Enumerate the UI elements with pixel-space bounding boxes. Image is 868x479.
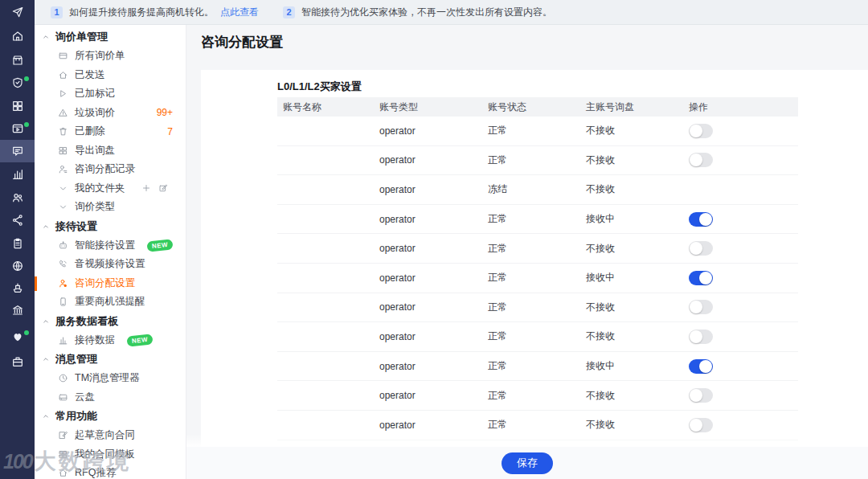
rail-home-icon[interactable] <box>0 25 35 47</box>
rail-chat-icon[interactable] <box>0 140 35 162</box>
rail-users-icon[interactable] <box>0 186 35 209</box>
sidebar-item-label: 询价类型 <box>75 200 115 214</box>
sidebar-item[interactable]: 所有询价单 <box>35 47 186 66</box>
sidebar-item-label: 云盘 <box>75 391 95 404</box>
sidebar-item-label: 接待数据 <box>75 334 115 347</box>
sidebar-item[interactable]: 咨询分配记录 <box>35 160 186 179</box>
new-badge: NEW <box>146 239 173 252</box>
cell-status: 正常 <box>482 154 580 167</box>
rail-chart-icon[interactable] <box>0 163 35 186</box>
clock-icon <box>58 373 68 383</box>
card-title: L0/L1/L2买家设置 <box>277 80 362 94</box>
sidebar-item-label: 我的文件夹 <box>75 182 125 195</box>
sidebar-group-header[interactable]: 消息管理 <box>35 350 186 369</box>
sidebar-item[interactable]: 重要商机强提醒 <box>35 293 186 312</box>
cell-operation <box>683 153 798 167</box>
receive-toggle[interactable] <box>689 300 713 314</box>
cell-type: operator <box>374 243 482 254</box>
cell-operation <box>683 330 798 344</box>
rail-heart-icon[interactable] <box>0 325 35 348</box>
rail-send-icon[interactable] <box>0 1 35 23</box>
new-badge: NEW <box>126 334 153 346</box>
sidebar-item[interactable]: 导出询盘 <box>35 141 186 161</box>
sidebar-item-label: RFQ推荐 <box>75 466 116 479</box>
sidebar-group-header[interactable]: 常用功能 <box>35 407 186 426</box>
grid-icon <box>58 145 68 156</box>
bar-chart-icon <box>58 335 68 346</box>
person-icon <box>58 278 68 289</box>
sidebar-item[interactable]: 询价类型 <box>35 198 186 217</box>
table-row: operator正常不接收 <box>277 234 798 264</box>
rail-briefcase-icon[interactable] <box>0 350 35 373</box>
trash-icon <box>58 126 68 137</box>
chevron-up-icon <box>42 223 50 231</box>
rail-shield-icon[interactable] <box>0 72 35 94</box>
sidebar-item[interactable]: 咨询分配设置 <box>35 274 186 293</box>
sidebar-item-label: 咨询分配设置 <box>75 276 135 290</box>
cell-inquiry: 不接收 <box>580 389 683 403</box>
plus-icon[interactable] <box>141 183 151 193</box>
sidebar-item[interactable]: 起草意向合同 <box>35 426 186 445</box>
edit-icon[interactable] <box>158 183 168 193</box>
cell-inquiry: 不接收 <box>580 418 683 432</box>
sidebar-group-header[interactable]: 询价单管理 <box>35 27 186 47</box>
cell-inquiry: 不接收 <box>580 124 683 137</box>
sidebar-item-label: 已加标记 <box>75 87 115 100</box>
sidebar-item[interactable]: 我的文件夹 <box>35 179 186 199</box>
sidebar-item[interactable]: 已删除7 <box>35 122 186 141</box>
receive-toggle[interactable] <box>689 271 713 285</box>
sidebar-group-header[interactable]: 接待设置 <box>35 217 186 236</box>
sidebar-group-label: 消息管理 <box>55 352 97 366</box>
sidebar-item[interactable]: TM消息管理器 <box>35 369 186 388</box>
receive-toggle[interactable] <box>689 359 713 374</box>
sidebar-group-label: 询价单管理 <box>55 30 108 44</box>
disk-icon <box>58 392 68 403</box>
sidebar-item[interactable]: 已发送 <box>35 66 186 85</box>
rail-ship-icon[interactable] <box>0 276 35 299</box>
sidebar-item[interactable]: 接待数据NEW <box>35 331 186 350</box>
receive-toggle[interactable] <box>689 418 713 432</box>
sidebar-item-label: 已删除 <box>75 125 105 138</box>
notice-link[interactable]: 点此查看 <box>220 6 259 19</box>
cell-operation <box>683 359 798 374</box>
rail-clipboard-icon[interactable] <box>0 232 35 255</box>
card-icon <box>58 51 68 61</box>
edit-doc-icon <box>58 430 68 440</box>
table-row: operator正常接收中 <box>277 264 798 293</box>
receive-toggle[interactable] <box>689 388 713 403</box>
cell-status: 正常 <box>482 330 580 343</box>
table-row: operator正常不接收 <box>277 381 798 411</box>
receive-toggle[interactable] <box>689 241 713 256</box>
receive-toggle[interactable] <box>689 124 713 138</box>
rail-globe-icon[interactable] <box>0 255 35 277</box>
chevron-up-icon <box>42 33 50 41</box>
sidebar-item[interactable]: 音视频接待设置 <box>35 255 186 274</box>
cell-type: operator <box>374 272 482 284</box>
table-row: operator冻结不接收 <box>277 175 798 205</box>
sidebar-item[interactable]: 云盘 <box>35 388 186 407</box>
table-row: operator正常不接收 <box>277 322 798 352</box>
sidebar-group-header[interactable]: 服务数据看板 <box>35 312 186 331</box>
sidebar-item[interactable]: 我的合同模板 <box>35 445 186 465</box>
rail-apps-icon[interactable] <box>0 95 35 117</box>
rail-shop-icon[interactable] <box>0 49 35 72</box>
sidebar-item[interactable]: RFQ推荐 <box>35 464 186 479</box>
save-button[interactable]: 保存 <box>502 452 553 474</box>
rail-bank-icon[interactable] <box>0 299 35 321</box>
toggle-knob <box>699 272 712 285</box>
rail-share-icon[interactable] <box>0 209 35 231</box>
sidebar-item-label: 垃圾询价 <box>75 106 115 120</box>
sidebar-item[interactable]: 垃圾询价99+ <box>35 104 186 123</box>
cell-operation <box>683 271 798 285</box>
receive-toggle[interactable] <box>689 212 713 227</box>
sidebar-group-label: 服务数据看板 <box>55 314 118 329</box>
receive-toggle[interactable] <box>689 153 713 167</box>
main-content: 咨询分配设置 L0/L1/L2买家设置 账号名称账号类型账号状态主账号询盘操作 … <box>186 25 868 479</box>
receive-toggle[interactable] <box>689 330 713 344</box>
table-row: operator正常不接收 <box>277 293 798 323</box>
rail-video-icon[interactable] <box>0 117 35 140</box>
sidebar-item[interactable]: 智能接待设置NEW <box>35 236 186 256</box>
chevron-up-icon <box>42 412 50 420</box>
robot-icon <box>58 240 68 251</box>
sidebar-item[interactable]: 已加标记 <box>35 84 186 104</box>
